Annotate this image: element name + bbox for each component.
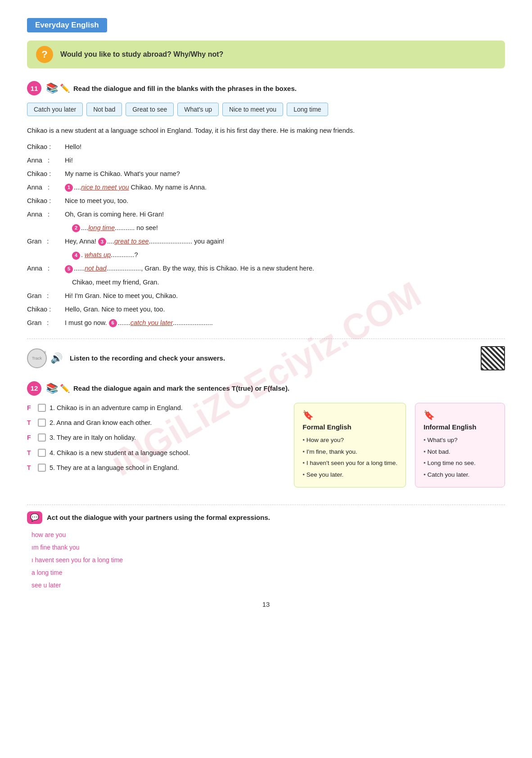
item-text: 5. They are at a language school in Engl… (50, 463, 198, 473)
filled-phrase: catch you later (131, 319, 173, 326)
track-icon: Track 3 🔊 (27, 348, 63, 368)
fill-num: 4 (72, 252, 80, 260)
dialogue-line: Anna : 5......not bad...................… (27, 262, 505, 274)
line-text: 1....nice to meet you Chikao. My name is… (65, 184, 207, 191)
track-circle: Track 3 (27, 348, 47, 368)
fill-num: 5 (65, 265, 73, 273)
formal-box: 🔖 Formal English How are you? I'm fine, … (294, 403, 406, 487)
line-text: Hi! I'm Gran. Nice to meet you, Chikao. (65, 292, 178, 299)
checkbox[interactable] (38, 449, 46, 457)
speaker: Chikao : (27, 141, 63, 153)
student-phrase: a long time (32, 566, 505, 579)
dialogue-line: Gran : Hi! I'm Gran. Nice to meet you, C… (27, 290, 505, 302)
phrase-box: Long time (287, 103, 328, 116)
bookmark-icon2: 🔖 (424, 410, 496, 420)
line-text: I must go now. 6.......catch you later..… (65, 319, 213, 326)
fill-num: 3 (98, 238, 106, 246)
dialogue-line: Chikao : Nice to meet you, too. (27, 195, 505, 207)
formal-item: I'm fine, thank you. (302, 446, 397, 458)
item-text: 1. Chikao is in an adventure camp in Eng… (50, 403, 198, 413)
dialogue-line: Anna : Hi! (27, 154, 505, 166)
listen-instruction: Listen to the recording and check your a… (70, 354, 225, 362)
line-text: 5......not bad..................., Gran.… (65, 265, 314, 272)
dialogue-line: Chikao : My name is Chikao. What's your … (27, 168, 505, 180)
pencil-icon: ✏️ (60, 83, 70, 93)
section11-header: 11 📚 ✏️ Read the dialogue and fill in th… (27, 81, 505, 95)
tf-label: F (27, 403, 35, 413)
section12-instruction: Read the dialogue again and mark the sen… (73, 384, 289, 392)
line-text: Hey, Anna! 3....great to see............… (65, 238, 224, 245)
speaker: Gran : (27, 290, 63, 302)
tf-label: T (27, 463, 35, 473)
pencil-icon2: ✏️ (60, 384, 70, 393)
student-phrases: how are you ım fine thank you ı havent s… (32, 528, 505, 591)
speaker: Anna : (27, 208, 63, 220)
bookmark-icon: 🔖 (302, 410, 397, 420)
question-text: Would you like to study abroad? Why/Why … (60, 50, 223, 59)
speaker: Gran : (27, 235, 63, 247)
speaker: Anna : (27, 181, 63, 193)
act-out-instruction: Act out the dialogue with your partners … (47, 514, 270, 521)
list-item: F 1. Chikao is in an adventure camp in E… (27, 403, 198, 413)
item-text: 3. They are in Italy on holiday. (50, 433, 198, 443)
dialogue-line: Chikao : Hello, Gran. Nice to meet you, … (27, 303, 505, 315)
speaker: Gran : (27, 317, 63, 329)
phrase-box: Not bad (86, 103, 122, 116)
phrase-box: Catch you later (27, 103, 83, 116)
informal-item: Catch you later. (424, 469, 496, 481)
section-badge: Everyday English (27, 18, 107, 32)
dialogue-line: Gran : Hey, Anna! 3....great to see.....… (27, 235, 505, 247)
dialogue-line: Chikao, meet my friend, Gran. (27, 276, 505, 288)
track-label: 3 (44, 350, 46, 354)
story-text: Chikao is a new student at a language sc… (27, 125, 505, 136)
student-phrase: ı havent seen you for a long time (32, 554, 505, 566)
student-phrase: see u later (32, 579, 505, 591)
book-icon2: 📚 (46, 383, 58, 394)
list-item: T 4. Chikao is a new student at a langua… (27, 448, 198, 458)
filled-phrase: not bad (85, 265, 106, 272)
question-box: ? Would you like to study abroad? Why/Wh… (27, 41, 505, 68)
dialogue-line: Anna : Oh, Gran is coming here. Hi Gran! (27, 208, 505, 220)
page-number: 13 (27, 600, 505, 608)
section12-header: 12 📚 ✏️ Read the dialogue again and mark… (27, 381, 505, 396)
informal-item: Long time no see. (424, 457, 496, 469)
informal-item: What's up? (424, 434, 496, 446)
tf-label: T (27, 418, 35, 428)
list-item: F 3. They are in Italy on holiday. (27, 433, 198, 443)
section-icons: 📚 ✏️ (46, 82, 70, 94)
formal-item: See you later. (302, 469, 397, 481)
filled-phrase: great to see (114, 238, 149, 245)
act-out-section: 💬 Act out the dialogue with your partner… (27, 505, 505, 591)
section12-icons: 📚 ✏️ (46, 383, 70, 394)
item-text: 4. Chikao is a new student at a language… (50, 448, 198, 458)
checkbox[interactable] (38, 464, 46, 472)
true-false-list: F 1. Chikao is in an adventure camp in E… (27, 403, 198, 473)
checkbox[interactable] (38, 433, 46, 442)
checkbox[interactable] (38, 404, 46, 412)
fill-num: 1 (65, 184, 73, 192)
dialogue-line: 4. whats up.............? (27, 249, 505, 261)
speaker: Chikao : (27, 168, 63, 180)
formal-list: How are you? I'm fine, thank you. I have… (302, 434, 397, 481)
question-symbol: ? (36, 46, 53, 63)
speaker: Anna : (27, 262, 63, 274)
formal-title: Formal English (302, 423, 397, 431)
vocab-boxes: 🔖 Formal English How are you? I'm fine, … (294, 403, 505, 487)
bottom-content: F 1. Chikao is in an adventure camp in E… (27, 403, 505, 496)
chat-icon: 💬 (27, 511, 42, 524)
qr-code (481, 346, 505, 370)
filled-phrase: long time (88, 224, 115, 231)
informal-box: 🔖 Informal English What's up? Not bad. L… (415, 403, 505, 487)
act-out-header: 💬 Act out the dialogue with your partner… (27, 511, 505, 524)
checkbox[interactable] (38, 419, 46, 427)
student-phrase: how are you (32, 528, 505, 541)
tf-label: T (27, 448, 35, 458)
section11-instruction: Read the dialogue and fill in the blanks… (73, 85, 297, 92)
listen-section: Track 3 🔊 Listen to the recording and ch… (27, 338, 505, 370)
dialogue-line: Chikao : Hello! (27, 141, 505, 153)
line-text: Hi! (65, 157, 73, 164)
list-item: T 5. They are at a language school in En… (27, 463, 198, 473)
dialogue-line: Anna : 1....nice to meet you Chikao. My … (27, 181, 505, 193)
phrase-box: What's up (177, 103, 219, 116)
section12-number: 12 (27, 381, 41, 396)
